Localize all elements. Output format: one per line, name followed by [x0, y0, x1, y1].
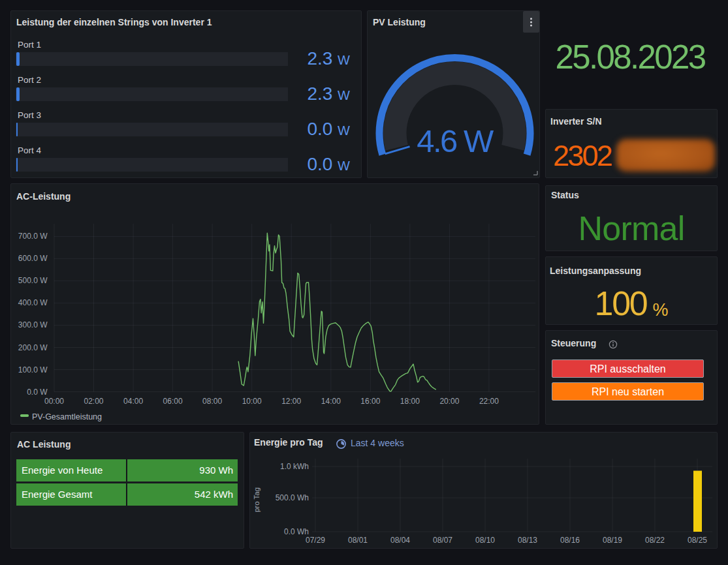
svg-text:08/04: 08/04	[390, 536, 410, 545]
svg-text:20:00: 20:00	[439, 397, 459, 406]
svg-text:16:00: 16:00	[360, 397, 380, 406]
svg-text:08:00: 08:00	[202, 397, 222, 406]
svg-text:1.0 kWh: 1.0 kWh	[280, 462, 309, 471]
svg-text:10:00: 10:00	[242, 397, 262, 406]
svg-text:18:00: 18:00	[400, 397, 420, 406]
svg-text:500.0 W: 500.0 W	[18, 276, 48, 285]
svg-text:400.0 W: 400.0 W	[18, 298, 48, 307]
svg-text:700.0 W: 700.0 W	[18, 232, 48, 241]
svg-text:14:00: 14:00	[321, 397, 341, 406]
svg-text:0.0 W: 0.0 W	[27, 388, 48, 397]
svg-text:08/13: 08/13	[518, 536, 537, 545]
svg-text:08/01: 08/01	[348, 536, 368, 545]
svg-text:PV-Gesamtleistung: PV-Gesamtleistung	[32, 412, 102, 421]
svg-text:08/16: 08/16	[560, 536, 580, 545]
svg-text:600.0 W: 600.0 W	[18, 254, 48, 263]
svg-text:4.6 W: 4.6 W	[417, 123, 494, 159]
svg-text:08/07: 08/07	[433, 536, 452, 545]
svg-text:08/22: 08/22	[645, 536, 665, 545]
svg-text:500.0 Wh: 500.0 Wh	[276, 493, 309, 502]
svg-text:0.0 Wh: 0.0 Wh	[284, 527, 309, 536]
svg-text:08/10: 08/10	[475, 536, 495, 545]
svg-text:200.0 W: 200.0 W	[18, 343, 48, 352]
svg-text:07/29: 07/29	[306, 536, 325, 545]
svg-text:08/19: 08/19	[603, 536, 622, 545]
svg-text:04:00: 04:00	[123, 397, 143, 406]
svg-text:12:00: 12:00	[281, 397, 301, 406]
svg-text:08/25: 08/25	[688, 536, 707, 545]
svg-text:00:00: 00:00	[44, 397, 64, 406]
svg-text:06:00: 06:00	[163, 397, 183, 406]
svg-text:02:00: 02:00	[84, 397, 103, 406]
svg-text:pro Tag: pro Tag	[253, 487, 261, 512]
svg-text:100.0 W: 100.0 W	[18, 365, 48, 374]
svg-text:300.0 W: 300.0 W	[18, 320, 48, 329]
svg-text:22:00: 22:00	[479, 397, 499, 406]
